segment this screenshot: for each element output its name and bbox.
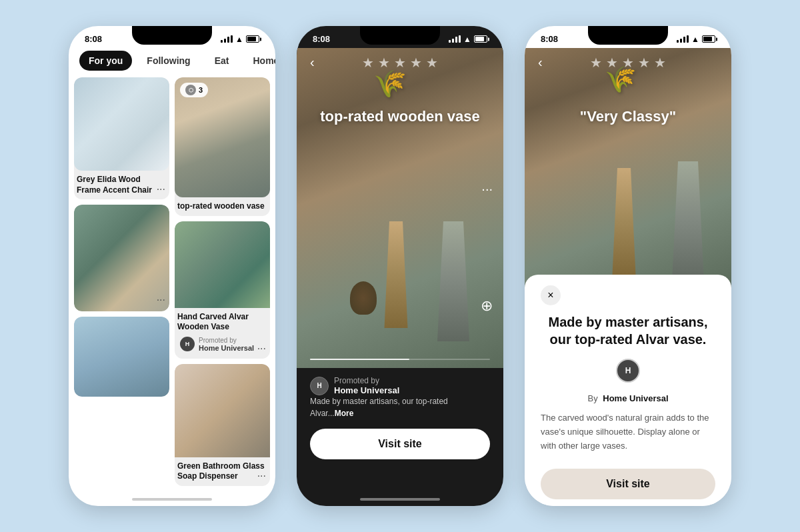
visit-site-button-2[interactable]: Visit site [310, 429, 490, 459]
alvar-promoted: H Promoted by Home Universal [177, 333, 267, 355]
wooden-vase-info: top-rated wooden vase [175, 197, 270, 216]
modal-description: The carved wood's natural grain adds to … [541, 411, 715, 453]
chair-title: Grey Elida Wood Frame Accent Chair [77, 175, 167, 195]
stars-rating: ★ ★ ★ ★ ★ [362, 55, 438, 71]
product-header-3: ‹ ★ ★ ★ ★ ★ [525, 48, 731, 77]
chair-more-button[interactable]: ··· [157, 183, 165, 195]
time-3: 8:08 [541, 34, 558, 44]
home-indicator-1 [132, 498, 212, 501]
product-image-area: ‹ ★ ★ ★ ★ ★ top-rated wooden vase 🌾 ··· … [297, 48, 503, 368]
more-link[interactable]: More [335, 409, 354, 418]
wooden-vase-title: top-rated wooden vase [177, 201, 267, 212]
modal-title: Made by master artisans, our top-rated A… [541, 313, 715, 348]
promoted-row: H Promoted by Home Universal [310, 376, 490, 395]
stars-rating-3: ★ ★ ★ ★ ★ [590, 55, 666, 71]
notch-3 [588, 26, 668, 45]
status-icons-1: ▲ [221, 35, 259, 44]
battery-icon-2 [474, 35, 487, 43]
phone-1-frame: 8:08 ▲ For you Following Eat Home decor [69, 26, 275, 506]
tab-eat[interactable]: Eat [205, 51, 239, 71]
wifi-icon: ▲ [235, 35, 243, 44]
gray-vase-3 [665, 148, 711, 281]
faucet-more-button[interactable]: ··· [157, 294, 165, 306]
product-title-overlay: top-rated wooden vase [297, 108, 503, 125]
by-label: By [587, 393, 597, 403]
faucet-image [74, 205, 169, 311]
product-image-area-3: ‹ ★ ★ ★ ★ ★ "Very Classy" 🌾 [525, 48, 731, 288]
battery-icon [246, 35, 259, 43]
pinecone-decoration [350, 281, 377, 315]
feed-grid: Grey Elida Wood Frame Accent Chair ··· ·… [69, 77, 275, 486]
star3-5: ★ [654, 55, 666, 71]
time-1: 8:08 [85, 34, 102, 44]
soap-more-button[interactable]: ··· [257, 470, 266, 482]
star3-2: ★ [606, 55, 618, 71]
wooden-vase-shape [376, 208, 416, 328]
alvar-promoted-text: Promoted by [199, 337, 254, 344]
soap-image [175, 364, 270, 457]
overflow-menu-button[interactable]: ··· [481, 181, 493, 197]
bath-image [74, 317, 169, 397]
card-faucet[interactable]: ··· [74, 205, 169, 311]
notch-1 [132, 26, 212, 45]
feed-tabs: For you Following Eat Home decor [69, 48, 275, 77]
bookmark-icon: ⊕ [481, 297, 493, 314]
signal-icon [221, 35, 233, 43]
phone-3-frame: 8:08 ▲ ‹ ★ ★ ★ ★ ★ [525, 26, 731, 506]
tab-home-decor[interactable]: Home decor [243, 51, 275, 71]
visit-site-button-3[interactable]: Visit site [541, 469, 715, 499]
modal-close-button[interactable]: × [541, 285, 561, 305]
modal-brand-row: H [541, 359, 715, 383]
star-3: ★ [394, 55, 406, 71]
back-button[interactable]: ‹ [310, 55, 315, 70]
card-alvar[interactable]: Hand Carved Alvar Wooden Vase H Promoted… [175, 221, 270, 359]
home-indicator-2 [360, 498, 440, 501]
tab-for-you[interactable]: For you [79, 51, 132, 71]
product-title-overlay-3: "Very Classy" [525, 108, 731, 125]
feed-col-left: Grey Elida Wood Frame Accent Chair ··· ·… [74, 77, 169, 486]
vase-badge: ⬡ 3 [180, 83, 208, 97]
gray-vase-shape [430, 208, 477, 341]
battery-icon-3 [702, 35, 715, 43]
modal-sheet: × Made by master artisans, our top-rated… [525, 275, 731, 506]
star3-1: ★ [590, 55, 602, 71]
badge-icon: ⬡ [185, 85, 196, 95]
signal-icon-3 [677, 35, 689, 43]
progress-bar [310, 359, 490, 360]
alvar-more-button[interactable]: ··· [257, 343, 266, 355]
back-button-3[interactable]: ‹ [538, 55, 543, 70]
star-5: ★ [426, 55, 438, 71]
soap-info: Green Bathroom Glass Soap Dispenser [175, 457, 270, 486]
alvar-title: Hand Carved Alvar Wooden Vase [177, 312, 267, 333]
chair-info: Grey Elida Wood Frame Accent Chair [74, 171, 169, 199]
wifi-icon-2: ▲ [463, 35, 471, 44]
brand-name-2: Home Universal [334, 385, 399, 395]
wooden-vase-3 [604, 155, 644, 275]
product-bottom: H Promoted by Home Universal Made by mas… [297, 368, 503, 473]
tab-following[interactable]: Following [137, 51, 199, 71]
card-soap[interactable]: Green Bathroom Glass Soap Dispenser ··· [175, 364, 270, 486]
notch-2 [360, 26, 440, 45]
modal-brand-logo: H [616, 359, 640, 383]
soap-title: Green Bathroom Glass Soap Dispenser [177, 461, 267, 482]
phone-2-frame: 8:08 ▲ ‹ ★ ★ ★ ★ ★ [297, 26, 503, 506]
status-icons-3: ▲ [677, 35, 715, 44]
star-2: ★ [378, 55, 390, 71]
modal-by-brand: By Home Universal [541, 393, 715, 403]
card-wooden-vase[interactable]: ⬡ 3 top-rated wooden vase [175, 77, 270, 216]
time-2: 8:08 [313, 34, 330, 44]
alvar-image [175, 221, 270, 308]
product-description: Made by master artisans, our top-rated A… [310, 395, 490, 419]
star-4: ★ [410, 55, 422, 71]
badge-count: 3 [199, 86, 203, 94]
product-header: ‹ ★ ★ ★ ★ ★ [297, 48, 503, 77]
card-chair[interactable]: Grey Elida Wood Frame Accent Chair ··· [74, 77, 169, 199]
bookmark-button[interactable]: ⊕ [481, 297, 493, 315]
progress-fill [310, 359, 409, 360]
wifi-icon-3: ▲ [691, 35, 699, 44]
signal-icon-2 [449, 35, 461, 43]
brand-logo-2: H [310, 377, 329, 395]
chair-image [74, 77, 169, 171]
star3-4: ★ [638, 55, 650, 71]
card-bath[interactable] [74, 317, 169, 397]
